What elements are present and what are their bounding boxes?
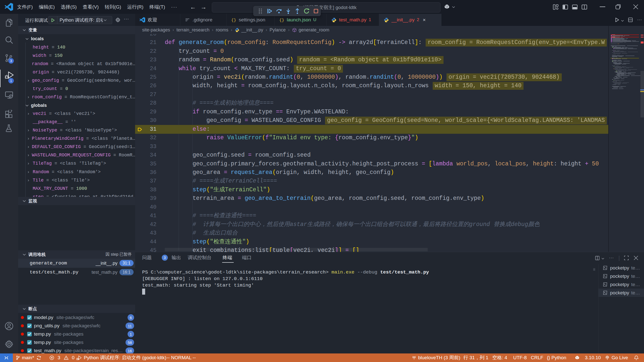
- svg-text:{}: {}: [231, 18, 236, 22]
- svg-text:{}: {}: [279, 18, 284, 22]
